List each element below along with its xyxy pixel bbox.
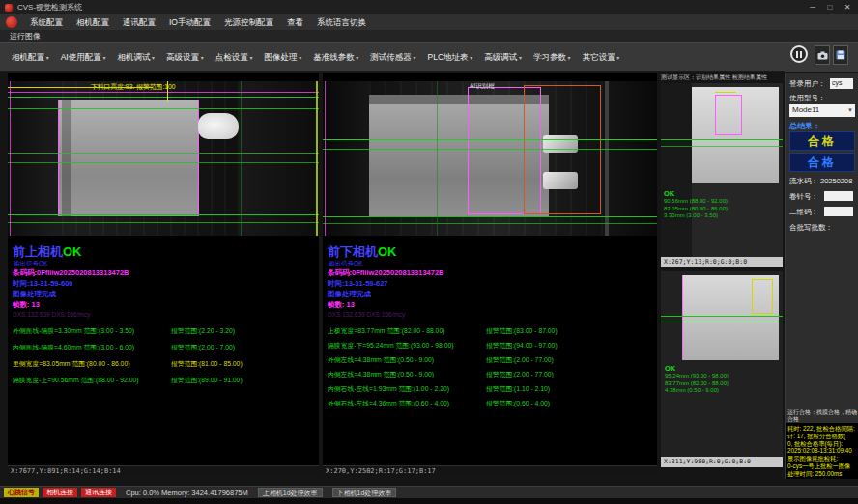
camera-capture-button[interactable] [815,45,830,65]
overlay-line-green [323,149,657,150]
overlay-line-green [8,214,319,215]
menu-bar: 系统配置相机配置通讯配置IO手动配置光源控制配置查看系统语言切换 [0,14,858,30]
toolbar-item[interactable]: 相机配置 [6,52,55,64]
overlay-line-green [661,146,783,147]
measurement-alarm: 报警范围:(81.00 - 85.00) [171,359,243,369]
stats-line: 显示图像耗批检耗: [787,455,858,462]
login-user-value: cys [830,78,853,89]
toolbar-item[interactable]: 图像处理 [258,52,307,64]
machine-left-band [8,81,58,236]
camera-icon [817,51,828,60]
serial-label: 流水码： [789,177,818,186]
camera-ok-label: OK [63,244,82,259]
menu-item[interactable]: 查看 [280,14,310,30]
stats-line: 计: 17, 批检分合格数( [787,433,858,440]
menu-item[interactable]: 相机配置 [70,14,116,30]
status-bar: 心跳信号 相机连接 通讯连接 Cpu: 0.0% Memory: 3424.41… [0,486,858,498]
stats-header-label: 运行合格：残膜合格，精确合格 [787,409,857,423]
toolbar-item[interactable]: PLC地址表 [422,52,479,64]
overlay-vline-green [437,81,438,236]
camera-image-right[interactable]: AI识别框 [323,81,657,236]
overlay-line-green [323,223,657,224]
image-save-button[interactable] [833,45,848,65]
preview-measure-lines: 95.24mm (93.00 - 98.00)83.77mm (82.00 - … [665,373,729,395]
measurement-list: 外侧面线-隔膜=3.30mm 范围:(3.00 - 3.50) 报警范围:(2.… [13,326,317,392]
top-camera-rate-label: 上相机1d处理效率 [258,488,323,497]
measurement-row: 隔膜宽度-上=90.56mm 范围:(88.00 - 92.00) 报警范围:(… [13,376,317,392]
overlay-vline-magenta [682,275,683,360]
overlay-line-magenta [8,92,319,93]
measurement-text: 里侧宽度=83.05mm 范围:(80.00 - 86.00) [13,359,167,369]
machine-right-band [609,81,657,236]
model-select-value: Mode11 [792,105,819,114]
preview-measure-line: 3.30mm (3.00 - 3.50) [664,212,728,220]
overlay-line-green [8,108,319,109]
machine-left-band [323,81,369,236]
qr-code-field[interactable] [824,207,853,216]
pause-button[interactable] [790,45,808,63]
menu-item[interactable]: IO手动配置 [162,14,217,30]
menu-item[interactable]: 系统配置 [23,14,70,30]
stats-line: 0-cys一号上批检一图像 [787,462,858,470]
menu-item[interactable]: 光源控制配置 [217,14,280,30]
barcode-label: 条码码:0Ffliiw2025020813313472B [13,268,129,278]
measurement-alarm: 报警范围:(2.00 - 77.00) [486,370,554,379]
tab-run-image[interactable]: 运行图像 [0,31,41,42]
menu-item[interactable]: 通讯配置 [116,14,162,30]
preview-measure-line: 90.56mm (88.00 - 92.00) [664,198,728,206]
window-footer [0,498,858,504]
toolbar: 相机配置AI使用配置相机调试高级设置点检设置图像处理基准线参数测试传感器PLC地… [0,42,785,72]
overlay-line-green [661,139,783,140]
bottom-camera-rate-label: 下相机1d处理效率 [332,488,397,497]
app-window: CVS-视觉检测系统 ─ □ ✕ 系统配置相机配置通讯配置IO手动配置光源控制配… [0,0,858,504]
preview-measure-line: 95.24mm (93.00 - 98.00) [665,373,729,380]
toolbar-item[interactable]: 测试传感器 [364,52,421,64]
overlay-line-green [8,222,319,223]
maximize-button[interactable]: □ [821,0,839,14]
toolbar-item[interactable]: 基准线参数 [307,52,364,64]
process-status-label: 图像处理完成 [13,290,56,299]
output-signal-label: 输出信号OK [14,260,47,268]
toolbar-item[interactable]: 相机调试 [111,52,160,64]
menu-item[interactable]: 系统语言切换 [310,14,373,30]
measurement-alarm: 报警范围:(2.00 - 7.00) [171,343,235,352]
close-button[interactable]: ✕ [839,0,856,14]
time-label: 时间:13-31-59-627 [328,279,388,289]
camera-view-left[interactable]: 下料口高度:93. 报警范围:100 前上相机OK 输出信号OK 条码码:0Ff… [8,73,319,476]
preview-measure-line: 83.77mm (82.00 - 88.00) [665,380,729,388]
measurement-alarm: 报警范围:(94.00 - 97.00) [486,341,558,350]
roll-needle-label: 卷针号： [789,192,818,202]
product-shadow [62,100,72,216]
measurement-text: 外侧面线-隔膜=3.30mm 范围:(3.00 - 3.50) [13,326,167,336]
preview-measure-lines: 90.56mm (88.00 - 92.00)83.05mm (80.00 - … [664,198,728,220]
overlay-line-green [323,139,657,140]
tab-row: 运行图像 [0,30,858,42]
camera-link-indicator: 相机连接 [43,488,77,497]
roll-needle-field[interactable] [824,191,853,201]
camera-view-right[interactable]: AI识别框 前下相机OK 输出信号OK 条码码:0Ffliiw202502081… [323,73,657,476]
overlay-vline-magenta [10,81,11,236]
serial-value: 20250208 [820,177,852,185]
login-user-label: 登录用户： [789,79,826,89]
camera-image-left[interactable]: 下料口高度:93. 报警范围:100 [8,81,319,236]
toolbar-item[interactable]: 高级调试 [478,52,528,64]
overlay-line-green [661,316,783,317]
measurement-text: 内侧左线=4.38mm 范围:(0.50 - 9.00) [328,370,482,379]
pixel-coordinates-right: X:270,Y:2502;R:17;G:17;B:17 [323,465,657,476]
preview-top[interactable]: OK 90.56mm (88.00 - 92.00)83.05mm (80.00… [661,83,783,257]
toolbar-item[interactable]: 其它设置 [577,52,626,64]
model-select[interactable]: Mode11 ▼ [789,104,855,117]
overlay-rect-orange [524,85,601,214]
toolbar-item[interactable]: 高级设置 [160,52,210,64]
toolbar-item[interactable]: AI使用配置 [55,52,112,64]
toolbar-item[interactable]: 点检设置 [210,52,259,64]
pause-icon [800,51,802,58]
time-label: 时间:13-31-59-600 [13,279,73,289]
heartbeat-indicator: 心跳信号 [4,488,39,497]
measurement-alarm: 报警范围:(83.00 - 87.00) [486,326,558,336]
measurement-row: 外侧面线-隔膜=3.30mm 范围:(3.00 - 3.50) 报警范围:(2.… [13,326,317,343]
debug-label: DXS:132.639 DXS:166/mcy [328,311,405,318]
minimize-button[interactable]: ─ [804,0,821,14]
toolbar-item[interactable]: 学习参数 [528,52,577,64]
preview-bottom[interactable]: OK 95.24mm (93.00 - 98.00)83.77mm (82.00… [661,271,783,457]
